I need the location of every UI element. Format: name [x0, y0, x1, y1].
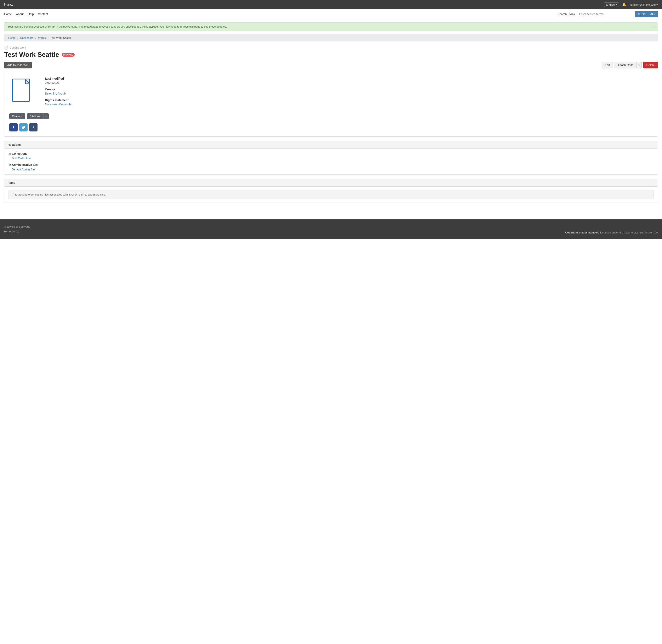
language-selector[interactable]: English ▾: [604, 2, 619, 7]
right-action-buttons: Edit Attach Child ▾ Delete: [602, 62, 658, 68]
twitter-share-button[interactable]: [19, 123, 28, 132]
breadcrumb: Home / Dashboard / Works / Test Work Sea…: [4, 34, 658, 42]
document-icon: 📄: [4, 46, 8, 50]
work-detail-card: Last modified 07/24/2023 Creator Belemli…: [4, 72, 658, 137]
items-heading: Items: [4, 179, 658, 187]
work-title-row: Test Work Seattle Private: [4, 51, 658, 59]
nav-link-help[interactable]: Help: [28, 13, 34, 16]
breadcrumb-current: Test Work Seattle: [50, 36, 71, 39]
relations-panel: Relations In Collection: Test Collection…: [4, 141, 658, 175]
edit-button[interactable]: Edit: [602, 62, 613, 68]
delete-button[interactable]: Delete: [643, 62, 658, 68]
chevron-down-icon: ▾: [656, 3, 658, 6]
search-input-group: 🔍 Go All ▾: [577, 11, 658, 17]
brand-logo: Hyrax: [4, 3, 13, 6]
work-thumbnail: [9, 77, 38, 109]
citations-caret-button[interactable]: ▾: [44, 113, 49, 119]
chevron-down-icon: ▾: [616, 3, 617, 6]
file-icon-container: [9, 77, 36, 106]
last-modified-field: Last modified 07/24/2023: [45, 77, 653, 84]
items-body: This Generic Work has no files associate…: [4, 187, 658, 203]
alert-close-button[interactable]: ×: [653, 25, 655, 28]
breadcrumb-separator: /: [17, 36, 18, 39]
search-area: Search Hyrax 🔍 Go All ▾: [558, 11, 658, 17]
breadcrumb-dashboard[interactable]: Dashboard: [20, 36, 33, 39]
chevron-down-icon: ▾: [638, 64, 640, 67]
citations-dropdown-group: Citations: ▾: [27, 113, 49, 119]
breadcrumb-home[interactable]: Home: [8, 36, 16, 39]
user-email: admin@example.com: [630, 3, 656, 6]
collection-label: In Collection:: [8, 152, 654, 155]
items-panel: Items This Generic Work has no files ass…: [4, 179, 658, 203]
social-share-row: f t: [9, 123, 653, 132]
search-all-button[interactable]: All ▾: [648, 11, 658, 17]
rights-value: No Known Copyright: [45, 102, 653, 106]
twitter-icon: [22, 126, 25, 129]
admin-set-relation: In Administrative Set: Default Admin Set: [8, 163, 654, 171]
citations-dropdown-button[interactable]: Citations:: [27, 113, 44, 119]
admin-set-link[interactable]: Default Admin Set: [12, 168, 654, 171]
alert-message: Your files are being processed by Hyrax …: [8, 25, 227, 28]
top-bar: Hyrax English ▾ 🔔 admin@example.com ▾: [0, 0, 662, 9]
search-label: Search Hyrax: [558, 13, 575, 16]
creator-link[interactable]: Belemlih, Ayoub: [45, 92, 66, 95]
collection-relation: In Collection: Test Collection: [8, 152, 654, 160]
nav-link-about[interactable]: About: [16, 13, 24, 16]
nav-link-contact[interactable]: Contact: [38, 13, 48, 16]
footer: A service of Samvera. Hyrax v4.0.0 Copyr…: [0, 220, 662, 239]
action-buttons: Add to collection Edit Attach Child ▾ De…: [4, 62, 658, 68]
search-go-button[interactable]: 🔍 Go: [635, 11, 648, 17]
breadcrumb-separator: /: [48, 36, 48, 39]
attach-child-dropdown-button[interactable]: ▾: [637, 62, 642, 68]
creator-value: Belemlih, Ayoub: [45, 92, 653, 95]
nav-links: Home About Help Contact: [4, 13, 48, 16]
work-card-inner: Last modified 07/24/2023 Creator Belemli…: [9, 77, 653, 109]
rights-field: Rights statement No Known Copyright: [45, 98, 653, 106]
footer-left: A service of Samvera. Hyrax v4.0.0: [4, 224, 30, 234]
facebook-share-button[interactable]: f: [9, 123, 18, 132]
attach-child-button[interactable]: Attach Child: [615, 62, 636, 68]
admin-set-label: In Administrative Set:: [8, 163, 654, 166]
language-label: English: [606, 3, 615, 6]
nav-link-home[interactable]: Home: [4, 13, 12, 16]
relations-heading: Relations: [4, 141, 658, 149]
footer-right: Copyright © 2018 Samvera Licensed under …: [565, 231, 658, 234]
creator-field: Creator Belemlih, Ayoub: [45, 88, 653, 95]
creator-label: Creator: [45, 88, 653, 91]
last-modified-value: 07/24/2023: [45, 81, 653, 84]
relations-body: In Collection: Test Collection In Admini…: [4, 149, 658, 175]
top-bar-right: English ▾ 🔔 admin@example.com ▾: [604, 2, 658, 7]
search-icon: 🔍: [637, 13, 641, 16]
visibility-badge: Private: [62, 53, 75, 56]
alert-banner: Your files are being processed by Hyrax …: [4, 22, 658, 31]
attach-child-group: Attach Child ▾: [615, 62, 641, 68]
citations-row: Citations Citations: ▾: [9, 113, 653, 119]
footer-service-text: A service of Samvera.: [4, 224, 30, 229]
last-modified-label: Last modified: [45, 77, 653, 80]
chevron-down-icon: ▾: [654, 13, 656, 16]
work-title: Test Work Seattle: [4, 51, 59, 59]
tumblr-icon: t: [33, 125, 34, 129]
search-input[interactable]: [577, 11, 635, 17]
rights-link[interactable]: No Known Copyright: [45, 102, 71, 106]
content-area: 📄 Generic Work Test Work Seattle Private…: [0, 42, 662, 211]
main-nav: Home About Help Contact Search Hyrax 🔍 G…: [0, 9, 662, 19]
work-type-label: 📄 Generic Work: [4, 46, 658, 50]
add-to-collection-button[interactable]: Add to collection: [4, 62, 32, 68]
citations-button[interactable]: Citations: [9, 113, 25, 119]
notification-bell-icon[interactable]: 🔔: [622, 3, 626, 6]
footer-copyright: Copyright © 2018 Samvera: [565, 231, 599, 234]
breadcrumb-works[interactable]: Works: [38, 36, 46, 39]
footer-version: Hyrax v4.0.0: [4, 229, 30, 234]
file-icon-svg: [11, 78, 34, 105]
breadcrumb-separator: /: [36, 36, 36, 39]
tumblr-share-button[interactable]: t: [29, 123, 38, 132]
work-meta: Last modified 07/24/2023 Creator Belemli…: [45, 77, 653, 109]
user-menu[interactable]: admin@example.com ▾: [630, 3, 658, 6]
collection-link[interactable]: Test Collection: [12, 157, 654, 160]
items-empty-message: This Generic Work has no files associate…: [8, 190, 654, 199]
rights-label: Rights statement: [45, 98, 653, 102]
facebook-icon: f: [13, 125, 14, 129]
